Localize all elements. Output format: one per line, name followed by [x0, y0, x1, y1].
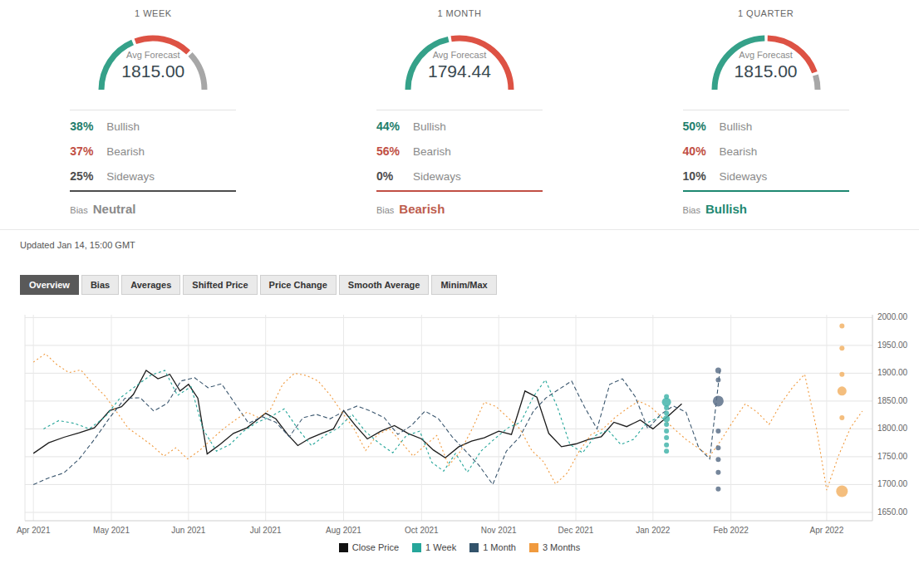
- bias-row: Bias Neutral: [70, 202, 236, 216]
- svg-text:1700.00: 1700.00: [877, 479, 908, 488]
- sideways-label: Sideways: [106, 170, 155, 183]
- avg-forecast-value: 1815.00: [91, 61, 215, 81]
- svg-text:1950.00: 1950.00: [877, 341, 908, 350]
- legend-label: 3 Months: [543, 542, 580, 552]
- tab-price-change[interactable]: Price Change: [260, 275, 337, 295]
- svg-text:1750.00: 1750.00: [877, 452, 908, 461]
- one-week-swatch: [412, 543, 421, 552]
- panel-divider: [376, 110, 543, 110]
- bias-label: Bias: [376, 205, 394, 215]
- tab-smooth-average[interactable]: Smooth Average: [339, 275, 430, 295]
- sideways-row: 10% Sideways: [683, 164, 849, 189]
- svg-text:Jul 2021: Jul 2021: [250, 526, 282, 535]
- legend-1-month[interactable]: 1 Month: [469, 542, 516, 552]
- forecast-panels: 1 WEEK Avg Forecast 1815.00 38% Bullish …: [0, 0, 919, 216]
- panel-period-title: 1 QUARTER: [738, 8, 794, 18]
- sideways-label: Sideways: [413, 170, 461, 183]
- forecast-panel-1-week: 1 WEEK Avg Forecast 1815.00 38% Bullish …: [0, 7, 307, 216]
- bearish-row: 56% Bearish: [376, 139, 543, 164]
- bias-value: Bearish: [399, 202, 445, 216]
- avg-forecast-label: Avg Forecast: [91, 50, 215, 60]
- avg-forecast-value: 1815.00: [704, 61, 828, 81]
- bias-value: Neutral: [93, 202, 136, 216]
- bullish-label: Bullish: [106, 120, 140, 133]
- forecast-gauge: Avg Forecast 1794.44: [397, 23, 522, 96]
- avg-forecast-label: Avg Forecast: [397, 50, 522, 60]
- bearish-label: Bearish: [413, 145, 451, 158]
- close-price-swatch: [339, 543, 348, 552]
- bias-row: Bias Bearish: [376, 202, 543, 216]
- tab-averages[interactable]: Averages: [121, 275, 180, 295]
- bullish-percent: 38%: [70, 120, 106, 133]
- legend-label: 1 Week: [425, 542, 456, 552]
- svg-text:Oct 2021: Oct 2021: [405, 526, 439, 535]
- legend-label: Close Price: [352, 542, 399, 552]
- svg-text:1800.00: 1800.00: [877, 424, 908, 433]
- tab-minim-max[interactable]: Minim/Max: [431, 275, 496, 295]
- bias-underline: [70, 190, 236, 192]
- bullish-label: Bullish: [413, 120, 446, 133]
- bearish-label: Bearish: [106, 145, 145, 158]
- legend-close-price[interactable]: Close Price: [339, 542, 399, 552]
- svg-text:Jan 2022: Jan 2022: [636, 526, 671, 535]
- bias-underline: [683, 190, 849, 192]
- panel-divider: [70, 110, 236, 110]
- bias-label: Bias: [683, 205, 700, 215]
- panel-period-title: 1 MONTH: [437, 8, 481, 18]
- tab-bias[interactable]: Bias: [81, 275, 119, 295]
- forecast-panel-1-quarter: 1 QUARTER Avg Forecast 1815.00 50% Bulli…: [612, 7, 919, 216]
- one-month-swatch: [469, 543, 479, 552]
- legend-1-week[interactable]: 1 Week: [412, 542, 456, 552]
- svg-text:Dec 2021: Dec 2021: [558, 526, 594, 535]
- bullish-label: Bullish: [720, 120, 753, 133]
- sideways-percent: 10%: [683, 169, 720, 183]
- svg-text:1900.00: 1900.00: [877, 368, 908, 377]
- bullish-row: 38% Bullish: [70, 114, 236, 139]
- bearish-percent: 56%: [376, 145, 413, 158]
- sentiment-rows: 38% Bullish 37% Bearish 25% Sideways: [70, 114, 236, 189]
- tab-overview[interactable]: Overview: [20, 275, 79, 295]
- bullish-row: 50% Bullish: [683, 114, 849, 139]
- bias-underline: [376, 190, 543, 192]
- gauge-arc: [397, 23, 522, 96]
- legend-label: 1 Month: [483, 542, 516, 552]
- tab-shifted-price[interactable]: Shifted Price: [183, 275, 257, 295]
- chart-legend: Close Price 1 Week 1 Month 3 Months: [0, 542, 919, 552]
- bias-label: Bias: [70, 205, 87, 215]
- bearish-percent: 40%: [683, 145, 720, 158]
- updated-timestamp: Updated Jan 14, 15:00 GMT: [0, 230, 919, 250]
- bearish-row: 40% Bearish: [683, 139, 849, 164]
- forecast-panel-1-month: 1 MONTH Avg Forecast 1794.44 44% Bullish…: [307, 7, 613, 216]
- three-months-swatch: [529, 543, 538, 552]
- bullish-row: 44% Bullish: [376, 114, 543, 139]
- avg-forecast-label: Avg Forecast: [704, 50, 828, 60]
- sideways-row: 0% Sideways: [376, 164, 543, 189]
- gauge-arc: [91, 23, 215, 96]
- legend-3-months[interactable]: 3 Months: [529, 542, 580, 552]
- bullish-percent: 50%: [683, 120, 720, 133]
- svg-text:Apr 2022: Apr 2022: [810, 526, 844, 535]
- panel-period-title: 1 WEEK: [135, 8, 172, 18]
- sentiment-rows: 50% Bullish 40% Bearish 10% Sideways: [683, 114, 849, 189]
- gauge-arc: [704, 23, 828, 96]
- sentiment-rows: 44% Bullish 56% Bearish 0% Sideways: [376, 114, 543, 189]
- panel-divider: [683, 110, 849, 110]
- bullish-percent: 44%: [376, 120, 413, 133]
- sideways-percent: 0%: [376, 169, 413, 183]
- svg-text:2000.00: 2000.00: [877, 312, 908, 321]
- sideways-row: 25% Sideways: [70, 164, 236, 189]
- bearish-label: Bearish: [720, 145, 758, 158]
- forecast-chart: 2000.001950.001900.001850.001800.001750.…: [0, 303, 919, 539]
- sideways-label: Sideways: [720, 170, 768, 183]
- forecast-gauge: Avg Forecast 1815.00: [91, 23, 215, 96]
- svg-text:Aug 2021: Aug 2021: [326, 526, 361, 535]
- forecast-gauge: Avg Forecast 1815.00: [704, 23, 828, 96]
- svg-text:Nov 2021: Nov 2021: [481, 526, 517, 535]
- svg-text:May 2021: May 2021: [93, 526, 130, 535]
- chart-area: 2000.001950.001900.001850.001800.001750.…: [0, 303, 919, 552]
- svg-text:Apr 2021: Apr 2021: [17, 526, 51, 535]
- svg-text:1650.00: 1650.00: [877, 507, 908, 517]
- chart-tabs: Overview Bias Averages Shifted Price Pri…: [20, 275, 919, 295]
- bias-row: Bias Bullish: [683, 202, 849, 216]
- bearish-row: 37% Bearish: [70, 139, 236, 164]
